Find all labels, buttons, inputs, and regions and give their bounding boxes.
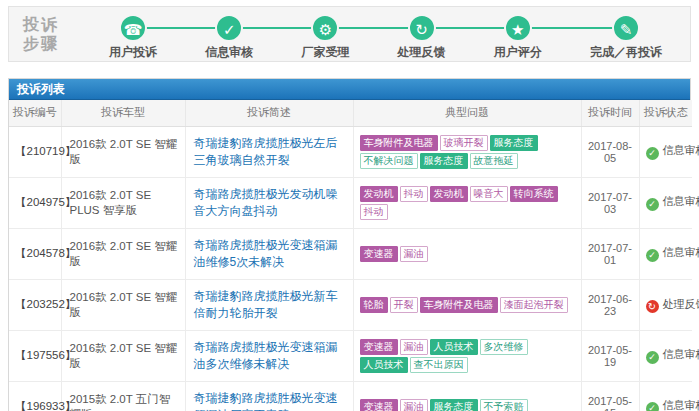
complaint-brief-link[interactable]: 奇瑞捷豹路虎揽胜极光新车倍耐力轮胎开裂 xyxy=(194,289,338,320)
complaint-brief-link[interactable]: 奇瑞路虎揽胜极光变速箱漏油多次维修未解决 xyxy=(194,340,338,371)
step-factory-accept: ⚙厂家受理 xyxy=(301,7,349,61)
problem-tag[interactable]: 服务态度 xyxy=(430,399,478,411)
gear-icon: ⚙ xyxy=(311,14,339,42)
complaint-table: 投诉编号投诉车型投诉简述典型问题投诉时间投诉状态 【210719】2016款 2… xyxy=(9,100,692,411)
typical-problems-cell: 变速器漏油人员技术多次维修人员技术查不出原因 xyxy=(353,330,581,381)
star-icon: ★ xyxy=(504,14,532,42)
complaint-model: 2016款 2.0T SE 智耀版 xyxy=(61,126,185,177)
problem-tag[interactable]: 发动机 xyxy=(360,186,398,202)
complaint-date: 2017-05-19 xyxy=(581,330,639,381)
steps-track: ☎用户投诉✓信息审核⚙厂家受理↻处理反馈★用户评分✎完成／再投诉 xyxy=(81,7,690,61)
problem-tag[interactable]: 人员技术 xyxy=(430,339,478,355)
complaint-status-cell: ✓信息审核 xyxy=(639,177,692,228)
problem-tag[interactable]: 抖动 xyxy=(400,186,428,202)
status-text: 信息审核 xyxy=(663,195,699,207)
table-row: 【210719】2016款 2.0T SE 智耀版奇瑞捷豹路虎揽胜极光左后三角玻… xyxy=(9,126,692,177)
problem-tag[interactable]: 抖动 xyxy=(360,204,388,220)
typical-problems-cell: 车身附件及电器玻璃开裂服务态度不解决问题服务态度故意拖延 xyxy=(353,126,581,177)
complaint-brief-link[interactable]: 奇瑞捷豹路虎揽胜极光变速箱漏油厂家不索赔 xyxy=(194,391,338,411)
problem-tag[interactable]: 变速器 xyxy=(360,399,398,411)
status-text: 信息审核 xyxy=(663,348,699,360)
problem-tag[interactable]: 噪音大 xyxy=(470,186,508,202)
complaint-date: 2017-06-23 xyxy=(581,279,639,330)
step-label-user-rating: 用户评分 xyxy=(494,44,542,61)
step-label-handle-feedback: 处理反馈 xyxy=(398,44,446,61)
check-icon: ✓ xyxy=(215,14,243,42)
column-header: 投诉时间 xyxy=(581,100,639,126)
problem-tag[interactable]: 漏油 xyxy=(400,399,428,411)
complaint-id: 【203252】 xyxy=(9,279,61,330)
edit-icon: ✎ xyxy=(612,14,640,42)
problem-tag[interactable]: 不予索赔 xyxy=(480,399,528,411)
complaint-date: 2017-07-03 xyxy=(581,177,639,228)
complaint-status-cell: ↻处理反馈 xyxy=(639,279,692,330)
status-text: 信息审核 xyxy=(663,144,699,156)
table-row: 【204975】2016款 2.0T SE PLUS 智享版奇瑞路虎揽胜极光发动… xyxy=(9,177,692,228)
complaint-brief-link[interactable]: 奇瑞路虎揽胜极光发动机噪音大方向盘抖动 xyxy=(194,187,338,218)
column-header: 投诉状态 xyxy=(639,100,692,126)
complaint-date: 2017-05-15 xyxy=(581,381,639,411)
table-row: 【197556】2016款 2.0T SE 智耀版奇瑞路虎揽胜极光变速箱漏油多次… xyxy=(9,330,692,381)
problem-tag[interactable]: 查不出原因 xyxy=(410,357,468,373)
step-user-complaint: ☎用户投诉 xyxy=(109,7,157,61)
table-row: 【196933】2015款 2.0T 五门智耀版奇瑞捷豹路虎揽胜极光变速箱漏油厂… xyxy=(9,381,692,411)
problem-tag[interactable]: 发动机 xyxy=(430,186,468,202)
status-text: 信息审核 xyxy=(663,399,699,411)
problem-tag[interactable]: 车身附件及电器 xyxy=(360,135,438,151)
complaint-steps-panel: 投诉 步骤 ☎用户投诉✓信息审核⚙厂家受理↻处理反馈★用户评分✎完成／再投诉 xyxy=(8,6,691,62)
step-finish-recomplain: ✎完成／再投诉 xyxy=(590,7,662,61)
complaint-date: 2017-07-01 xyxy=(581,228,639,279)
page: 投诉 步骤 ☎用户投诉✓信息审核⚙厂家受理↻处理反馈★用户评分✎完成／再投诉 投… xyxy=(0,0,699,411)
problem-tag[interactable]: 开裂 xyxy=(390,297,418,313)
problem-tag[interactable]: 服务态度 xyxy=(490,135,538,151)
phone-icon: ☎ xyxy=(119,14,147,42)
problem-tag[interactable]: 故意拖延 xyxy=(470,153,518,169)
table-row: 【203252】2016款 2.0T SE 智耀版奇瑞捷豹路虎揽胜极光新车倍耐力… xyxy=(9,279,692,330)
problem-tag[interactable]: 人员技术 xyxy=(360,357,408,373)
problem-tag[interactable]: 车身附件及电器 xyxy=(420,297,498,313)
complaint-id: 【197556】 xyxy=(9,330,61,381)
complaint-model: 2016款 2.0T SE 智耀版 xyxy=(61,279,185,330)
problem-tag[interactable]: 变速器 xyxy=(360,339,398,355)
problem-tag[interactable]: 玻璃开裂 xyxy=(440,135,488,151)
column-header: 投诉车型 xyxy=(61,100,185,126)
check-circle-icon: ✓ xyxy=(646,351,659,364)
typical-problems-cell: 轮胎开裂车身附件及电器漆面起泡开裂 xyxy=(353,279,581,330)
problem-tag[interactable]: 漏油 xyxy=(400,246,428,262)
problem-tag[interactable]: 变速器 xyxy=(360,246,398,262)
complaint-date: 2017-08-05 xyxy=(581,126,639,177)
status-text: 处理反馈 xyxy=(663,298,699,310)
column-header: 典型问题 xyxy=(353,100,581,126)
refresh-circle-icon: ↻ xyxy=(646,300,659,313)
steps-title-line2: 步骤 xyxy=(23,34,81,53)
problem-tag[interactable]: 漏油 xyxy=(400,339,428,355)
complaint-brief-link[interactable]: 奇瑞路虎揽胜极光变速箱漏油维修5次未解决 xyxy=(194,238,338,269)
problem-tag[interactable]: 轮胎 xyxy=(360,297,388,313)
complaint-model: 2016款 2.0T SE PLUS 智享版 xyxy=(61,177,185,228)
complaint-status-cell: ✓信息审核 xyxy=(639,381,692,411)
complaint-brief-link[interactable]: 奇瑞捷豹路虎揽胜极光左后三角玻璃自然开裂 xyxy=(194,136,338,167)
problem-tag[interactable]: 服务态度 xyxy=(420,153,468,169)
complaint-id: 【204975】 xyxy=(9,177,61,228)
complaint-model: 2015款 2.0T 五门智耀版 xyxy=(61,381,185,411)
step-info-audit: ✓信息审核 xyxy=(205,7,253,61)
complaint-brief-cell: 奇瑞捷豹路虎揽胜极光左后三角玻璃自然开裂 xyxy=(185,126,353,177)
step-label-factory-accept: 厂家受理 xyxy=(301,44,349,61)
complaint-status-cell: ✓信息审核 xyxy=(639,330,692,381)
problem-tag[interactable]: 不解决问题 xyxy=(360,153,418,169)
refresh-icon: ↻ xyxy=(408,14,436,42)
check-circle-icon: ✓ xyxy=(646,147,659,160)
problem-tag[interactable]: 多次维修 xyxy=(480,339,528,355)
column-header: 投诉简述 xyxy=(185,100,353,126)
check-circle-icon: ✓ xyxy=(646,249,659,262)
table-header-row: 投诉编号投诉车型投诉简述典型问题投诉时间投诉状态 xyxy=(9,100,692,126)
step-user-rating: ★用户评分 xyxy=(494,7,542,61)
problem-tag[interactable]: 漆面起泡开裂 xyxy=(500,297,568,313)
status-text: 信息审核 xyxy=(663,246,699,258)
complaint-brief-cell: 奇瑞路虎揽胜极光发动机噪音大方向盘抖动 xyxy=(185,177,353,228)
complaint-list-panel: 投诉列表 投诉编号投诉车型投诉简述典型问题投诉时间投诉状态 【210719】20… xyxy=(8,78,691,411)
complaint-brief-cell: 奇瑞路虎揽胜极光变速箱漏油维修5次未解决 xyxy=(185,228,353,279)
problem-tag[interactable]: 转向系统 xyxy=(510,186,558,202)
complaint-status-cell: ✓信息审核 xyxy=(639,228,692,279)
complaint-brief-cell: 奇瑞捷豹路虎揽胜极光变速箱漏油厂家不索赔 xyxy=(185,381,353,411)
